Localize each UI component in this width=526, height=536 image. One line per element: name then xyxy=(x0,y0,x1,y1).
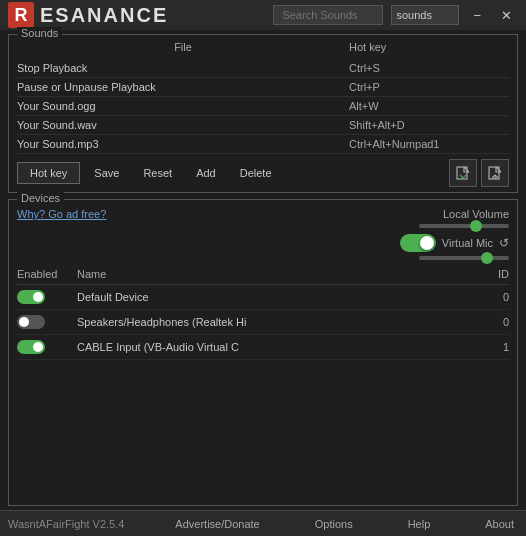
logo-r-icon: R xyxy=(8,2,34,28)
logo-area: R ESANANCE xyxy=(8,2,168,28)
close-button[interactable]: ✕ xyxy=(495,6,518,25)
device-id: 1 xyxy=(469,341,509,353)
device-name: Speakers/Headphones (Realtek Hi xyxy=(77,316,469,328)
devices-section-label: Devices xyxy=(17,192,64,204)
virtual-mic-volume-row xyxy=(419,256,509,260)
delete-button[interactable]: Delete xyxy=(230,163,282,183)
add-button[interactable]: Add xyxy=(186,163,226,183)
devices-top-area: Why? Go ad free? Local Volume Virtual Mi… xyxy=(17,208,509,260)
footer: WasntAFairFight V2.5.4 Advertise/Donate … xyxy=(0,510,526,536)
sound-hotkey: Ctrl+P xyxy=(349,81,509,93)
sounds-section: Sounds File Hot key Stop Playback Ctrl+S… xyxy=(8,34,518,193)
volume-area: Local Volume Virtual Mic ↺ xyxy=(400,208,509,260)
virtual-mic-row: Virtual Mic ↺ xyxy=(400,234,509,252)
version-label: WasntAFairFight V2.5.4 xyxy=(8,518,124,530)
toggle-thumb xyxy=(19,317,29,327)
save-button[interactable]: Save xyxy=(84,163,129,183)
sound-name: Your Sound.ogg xyxy=(17,100,349,112)
device-name: Default Device xyxy=(77,291,469,303)
devices-section: Devices Why? Go ad free? Local Volume Vi… xyxy=(8,199,518,506)
sound-row[interactable]: Your Sound.ogg Alt+W xyxy=(17,97,509,116)
search-input[interactable] xyxy=(273,5,383,25)
virtual-mic-slider[interactable] xyxy=(419,256,509,260)
devices-table-header: Enabled Name ID xyxy=(17,268,509,285)
device-row: CABLE Input (VB-Audio Virtual C 1 xyxy=(17,335,509,360)
local-volume-slider[interactable] xyxy=(419,224,509,228)
export-icon-button[interactable] xyxy=(481,159,509,187)
device-enable-toggle[interactable] xyxy=(17,340,45,354)
sound-hotkey: Ctrl+Alt+Numpad1 xyxy=(349,138,509,150)
sound-row[interactable]: Your Sound.wav Shift+Alt+D xyxy=(17,116,509,135)
export-icon xyxy=(487,165,503,181)
sound-hotkey: Shift+Alt+D xyxy=(349,119,509,131)
device-row: Speakers/Headphones (Realtek Hi 0 xyxy=(17,310,509,335)
sound-row[interactable]: Stop Playback Ctrl+S xyxy=(17,59,509,78)
col-file-header: File xyxy=(17,41,349,53)
device-toggle-area xyxy=(17,290,77,304)
sounds-section-label: Sounds xyxy=(17,27,62,39)
minimize-button[interactable]: − xyxy=(467,6,487,25)
local-volume-label: Local Volume xyxy=(443,208,509,220)
sound-name: Stop Playback xyxy=(17,62,349,74)
toggle-thumb xyxy=(33,292,43,302)
device-name: CABLE Input (VB-Audio Virtual C xyxy=(77,341,469,353)
help-link[interactable]: Help xyxy=(404,518,435,530)
sounds-dropdown[interactable]: soundsfileshotkeys xyxy=(391,5,459,25)
device-row: Default Device 0 xyxy=(17,285,509,310)
col-name-header: Name xyxy=(77,268,469,280)
col-id-header: ID xyxy=(469,268,509,280)
ad-free-link[interactable]: Why? Go ad free? xyxy=(17,208,106,220)
virtual-mic-toggle[interactable] xyxy=(400,234,436,252)
device-id: 0 xyxy=(469,316,509,328)
title-controls: soundsfileshotkeys − ✕ xyxy=(273,5,518,25)
sound-name: Pause or Unpause Playback xyxy=(17,81,349,93)
options-link[interactable]: Options xyxy=(311,518,357,530)
title-bar: R ESANANCE soundsfileshotkeys − ✕ xyxy=(0,0,526,30)
reset-button[interactable]: Reset xyxy=(133,163,182,183)
col-hotkey-header: Hot key xyxy=(349,41,509,53)
sound-hotkey: Alt+W xyxy=(349,100,509,112)
device-enable-toggle[interactable] xyxy=(17,315,45,329)
main-content: Sounds File Hot key Stop Playback Ctrl+S… xyxy=(0,30,526,510)
sound-name: Your Sound.wav xyxy=(17,119,349,131)
hotkey-button[interactable]: Hot key xyxy=(17,162,80,184)
advertise-donate-link[interactable]: Advertise/Donate xyxy=(171,518,263,530)
devices-table: Enabled Name ID Default Device 0 xyxy=(17,268,509,360)
sounds-header: File Hot key xyxy=(17,39,509,55)
col-enabled-header: Enabled xyxy=(17,268,77,280)
device-toggle-area xyxy=(17,315,77,329)
device-enable-toggle[interactable] xyxy=(17,290,45,304)
device-toggle-area xyxy=(17,340,77,354)
sound-row[interactable]: Your Sound.mp3 Ctrl+Alt+Numpad1 xyxy=(17,135,509,154)
sound-hotkey: Ctrl+S xyxy=(349,62,509,74)
virtual-mic-label: Virtual Mic xyxy=(442,237,493,249)
logo-text: ESANANCE xyxy=(40,4,168,27)
about-link[interactable]: About xyxy=(481,518,518,530)
sound-row[interactable]: Pause or Unpause Playback Ctrl+P xyxy=(17,78,509,97)
toggle-thumb xyxy=(33,342,43,352)
device-id: 0 xyxy=(469,291,509,303)
import-icon xyxy=(455,165,471,181)
local-volume-row xyxy=(419,224,509,228)
sounds-toolbar: Hot key Save Reset Add Delete xyxy=(17,162,509,184)
import-icon-button[interactable] xyxy=(449,159,477,187)
sound-name: Your Sound.mp3 xyxy=(17,138,349,150)
toggle-thumb xyxy=(420,236,434,250)
volume-icon[interactable]: ↺ xyxy=(499,236,509,250)
